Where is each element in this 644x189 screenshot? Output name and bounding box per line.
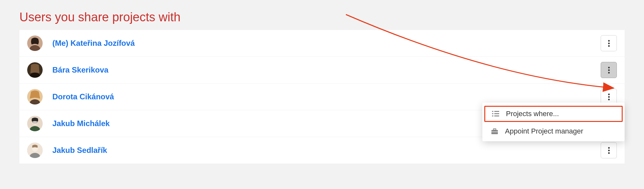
svg-rect-16 (492, 111, 493, 112)
shared-users-list: (Me) Kateřina Jozífová Bára Skerikova Do… (19, 30, 625, 164)
user-row: (Me) Kateřina Jozífová (19, 30, 625, 57)
svg-rect-20 (494, 113, 499, 114)
avatar (27, 35, 43, 51)
more-vertical-icon (608, 147, 610, 154)
svg-rect-23 (493, 129, 496, 130)
svg-rect-19 (494, 111, 499, 112)
dropdown-item-label: Projects where... (506, 110, 559, 118)
avatar (27, 143, 43, 158)
user-name-link[interactable]: (Me) Kateřina Jozífová (52, 39, 601, 48)
user-row: Bára Skerikova (19, 57, 625, 84)
more-vertical-icon (608, 40, 610, 47)
more-vertical-icon (608, 94, 610, 100)
user-actions-dropdown: Projects where... Appoint Project manage… (482, 103, 625, 141)
svg-rect-21 (494, 115, 499, 116)
svg-rect-17 (492, 113, 493, 114)
user-name-link[interactable]: Bára Skerikova (52, 65, 601, 75)
user-name-link[interactable]: Jakub Sedlařík (52, 146, 601, 155)
avatar (27, 89, 43, 104)
more-vertical-icon (608, 67, 610, 74)
user-name-link[interactable]: Dorota Cikánová (52, 92, 601, 101)
page-title: Users you share projects with (0, 0, 644, 30)
dropdown-item-projects-where[interactable]: Projects where... (484, 106, 623, 122)
svg-rect-24 (491, 132, 498, 132)
briefcase-icon (490, 128, 499, 134)
dropdown-item-appoint-manager[interactable]: Appoint Project manager (482, 123, 625, 139)
more-button[interactable] (601, 35, 617, 51)
svg-rect-18 (492, 115, 493, 116)
list-icon (491, 111, 500, 117)
avatar (27, 62, 43, 78)
more-button[interactable] (601, 62, 617, 78)
more-button[interactable] (601, 142, 617, 158)
avatar (27, 116, 43, 131)
dropdown-item-label: Appoint Project manager (505, 127, 583, 135)
